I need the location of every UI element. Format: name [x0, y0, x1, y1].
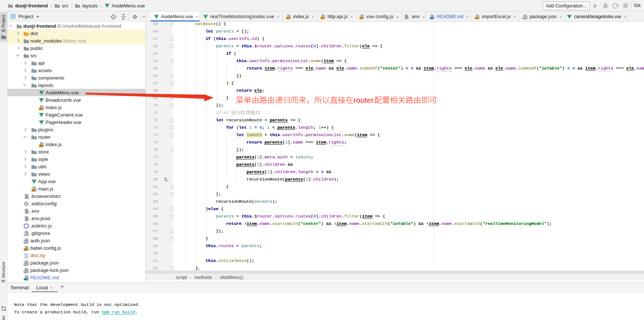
svg-text:MD: MD — [24, 278, 27, 280]
svg-text:JS: JS — [24, 248, 27, 250]
svg-text:JS: JS — [32, 189, 35, 191]
svg-text:JS: JS — [39, 107, 43, 110]
svg-text:{}: {} — [24, 240, 27, 243]
svg-text:{}: {} — [24, 263, 27, 266]
svg-text:{}: {} — [24, 270, 27, 273]
svg-text:JS: JS — [39, 144, 43, 147]
